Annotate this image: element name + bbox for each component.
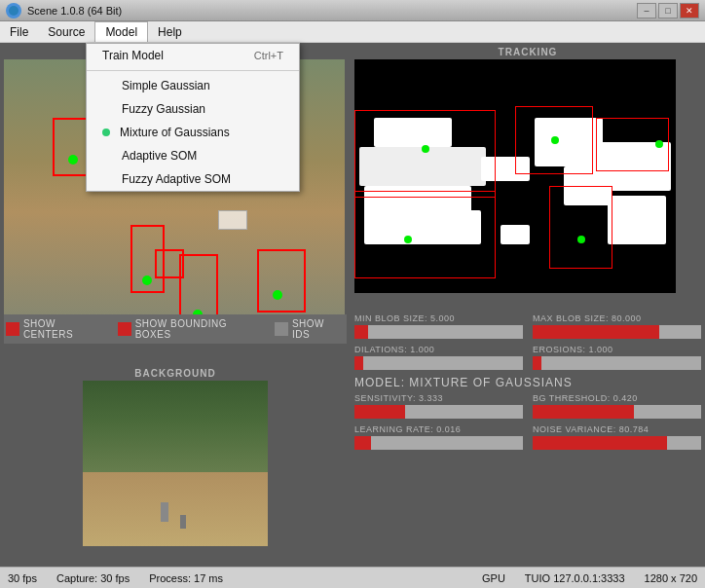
window-controls[interactable]: – □ ✕ xyxy=(637,3,699,18)
fuzzy-gaussian-item[interactable]: Fuzzy Gaussian xyxy=(87,97,299,121)
menu-source[interactable]: Source xyxy=(38,21,94,42)
controls-row: SHOW CENTERS SHOW BOUNDING BOXES SHOW ID… xyxy=(4,314,347,344)
bg-threshold-group: BG THRESHOLD: 0.420 xyxy=(533,393,701,419)
background-container xyxy=(4,381,347,546)
erosions-label: EROSIONS: 1.000 xyxy=(533,345,701,354)
max-blob-size-bar[interactable] xyxy=(533,325,701,339)
close-button[interactable]: ✕ xyxy=(680,3,699,18)
tracking-box-5 xyxy=(549,186,612,269)
noise-variance-group: NOISE VARIANCE: 80.784 xyxy=(533,424,701,450)
sensitivity-fill xyxy=(354,405,405,419)
window-title: Scene 1.0.8 (64 Bit) xyxy=(27,5,637,17)
resolution-display: 1280 x 720 xyxy=(645,572,697,584)
tracking-section: TRACKING xyxy=(354,47,701,310)
menu-separator xyxy=(87,70,299,71)
tracking-box-4 xyxy=(354,191,496,278)
dilation-erosion-row: DILATIONS: 1.000 EROSIONS: 1.000 xyxy=(354,345,701,370)
dilations-label: DILATIONS: 1.000 xyxy=(354,345,523,354)
sensitivity-group: SENSITIVITY: 3.333 xyxy=(354,393,523,419)
sensitivity-label: SENSITIVITY: 3.333 xyxy=(354,393,523,403)
model-label: MODEL: MIXTURE OF GAUSSIANS xyxy=(354,376,701,389)
erosions-group: EROSIONS: 1.000 xyxy=(533,345,701,370)
overlay-rect xyxy=(218,210,247,230)
train-model-item[interactable]: Train Model Ctrl+T xyxy=(87,44,299,67)
model-dropdown-menu: Train Model Ctrl+T Simple Gaussian Fuzzy… xyxy=(86,43,300,192)
blob-6 xyxy=(501,225,530,244)
dilations-bar[interactable] xyxy=(354,356,523,370)
tracking-dot-3 xyxy=(655,140,663,148)
min-blob-size-bar[interactable] xyxy=(354,325,523,339)
mixture-gaussians-item[interactable]: Mixture of Gaussians xyxy=(87,121,299,144)
tracking-dot-2 xyxy=(551,136,559,144)
maximize-button[interactable]: □ xyxy=(658,3,678,18)
show-ids-label: SHOW IDS xyxy=(292,318,345,340)
minimize-button[interactable]: – xyxy=(637,3,656,18)
menu-help[interactable]: Help xyxy=(148,21,192,42)
background-video xyxy=(83,381,268,546)
show-bounding-boxes-checkbox[interactable] xyxy=(118,322,131,336)
tuio-display: TUIO 127.0.0.1:3333 xyxy=(525,572,625,584)
show-centers-group[interactable]: SHOW CENTERS xyxy=(6,318,108,340)
min-blob-size-group: MIN BLOB SIZE: 5.000 xyxy=(354,313,523,339)
noise-variance-bar[interactable] xyxy=(533,436,701,450)
menu-file[interactable]: File xyxy=(0,21,38,42)
fuzzy-adaptive-som-item[interactable]: Fuzzy Adaptive SOM xyxy=(87,167,299,191)
adaptive-som-item[interactable]: Adaptive SOM xyxy=(87,144,299,167)
tracking-box-3 xyxy=(596,118,669,171)
titlebar: Scene 1.0.8 (64 Bit) – □ ✕ xyxy=(0,0,705,21)
show-ids-checkbox[interactable] xyxy=(275,322,288,336)
capture-display: Capture: 30 fps xyxy=(56,572,130,584)
center-dot-4 xyxy=(273,290,282,300)
center-dot-2 xyxy=(142,276,152,285)
learning-rate-label: LEARNING RATE: 0.016 xyxy=(354,424,523,434)
selected-radio-icon xyxy=(102,129,110,136)
app-icon xyxy=(6,3,21,18)
bg-threshold-label: BG THRESHOLD: 0.420 xyxy=(533,393,701,403)
sensitivity-bar[interactable] xyxy=(354,405,523,419)
right-panel: TRACKING xyxy=(351,43,705,567)
simple-gaussian-item[interactable]: Simple Gaussian xyxy=(87,74,299,97)
noise-variance-fill xyxy=(533,436,667,450)
bg-person-1 xyxy=(161,502,168,522)
show-centers-checkbox[interactable] xyxy=(6,322,19,336)
blob-10 xyxy=(608,196,666,244)
learning-rate-fill xyxy=(354,436,371,450)
bg-trees xyxy=(83,381,268,480)
tracking-dot-4 xyxy=(404,236,412,243)
sliders-section: MIN BLOB SIZE: 5.000 MAX BLOB SIZE: 80.0… xyxy=(354,313,701,563)
center-dot-1 xyxy=(68,155,78,165)
tracking-dot-5 xyxy=(577,236,585,243)
erosions-bar[interactable] xyxy=(533,356,701,370)
min-blob-size-label: MIN BLOB SIZE: 5.000 xyxy=(354,313,523,323)
learning-rate-group: LEARNING RATE: 0.016 xyxy=(354,424,523,450)
learning-noise-row: LEARNING RATE: 0.016 NOISE VARIANCE: 80.… xyxy=(354,424,701,450)
detection-box-4 xyxy=(257,249,306,312)
dilations-fill xyxy=(354,356,363,370)
erosions-fill xyxy=(533,356,541,370)
learning-rate-bar[interactable] xyxy=(354,436,523,450)
bg-person-2 xyxy=(180,515,186,529)
tracking-dot-1 xyxy=(422,145,429,153)
max-blob-size-group: MAX BLOB SIZE: 80.000 xyxy=(533,313,701,339)
center-dot-3 xyxy=(193,310,203,314)
svg-point-0 xyxy=(9,6,19,16)
gpu-display: GPU xyxy=(482,572,505,584)
dilations-group: DILATIONS: 1.000 xyxy=(354,345,523,370)
detection-box-5 xyxy=(155,249,184,278)
bg-road xyxy=(83,472,268,547)
tracking-box-1 xyxy=(354,110,496,198)
bg-threshold-fill xyxy=(533,405,634,419)
show-bounding-boxes-label: SHOW BOUNDING BOXES xyxy=(135,318,265,340)
max-blob-size-label: MAX BLOB SIZE: 80.000 xyxy=(533,313,701,323)
fps-display: 30 fps xyxy=(8,572,37,584)
min-blob-size-fill xyxy=(354,325,368,339)
background-label: BACKGROUND xyxy=(4,368,347,379)
menu-model[interactable]: Model xyxy=(94,21,148,42)
show-ids-group[interactable]: SHOW IDS xyxy=(275,318,345,340)
show-bounding-boxes-group[interactable]: SHOW BOUNDING BOXES xyxy=(118,318,265,340)
bg-threshold-bar[interactable] xyxy=(533,405,701,419)
tracking-label: TRACKING xyxy=(354,47,701,57)
noise-variance-label: NOISE VARIANCE: 80.784 xyxy=(533,424,701,434)
show-centers-label: SHOW CENTERS xyxy=(23,318,108,340)
menubar: File Source Model Help xyxy=(0,21,705,43)
